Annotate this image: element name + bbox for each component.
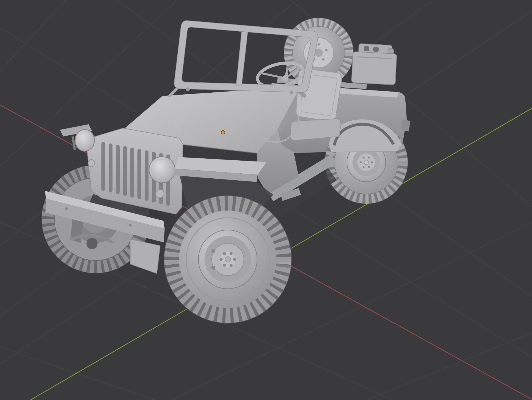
- front-wheel: [164, 196, 291, 323]
- origin-dot[interactable]: [221, 131, 225, 134]
- viewport[interactable]: [0, 0, 532, 400]
